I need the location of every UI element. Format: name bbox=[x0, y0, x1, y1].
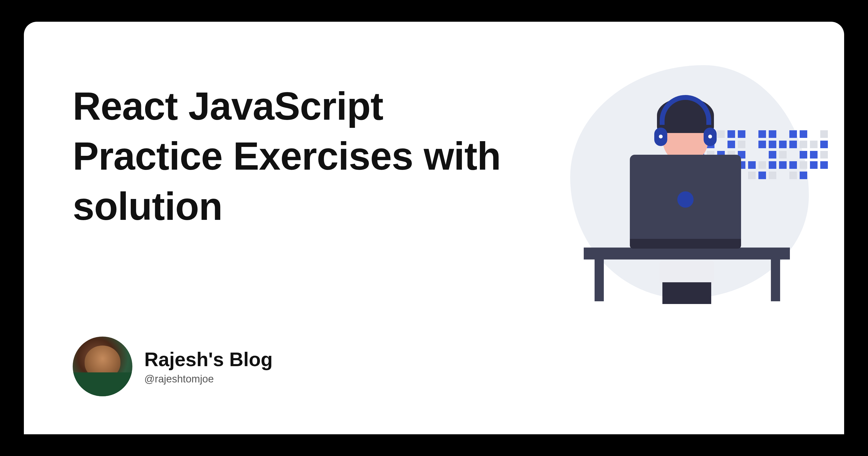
desk-leg-right bbox=[771, 258, 780, 301]
pixel-cell bbox=[738, 130, 745, 138]
author-row: Rajesh's Blog @rajeshtomjoe bbox=[73, 337, 795, 396]
pixel-cell bbox=[748, 172, 756, 179]
monitor-camera-dot bbox=[677, 191, 693, 208]
person-legs bbox=[662, 282, 711, 304]
pixel-cell bbox=[800, 172, 807, 179]
pixel-cell bbox=[779, 130, 786, 138]
pixel-cell bbox=[820, 172, 828, 179]
pixel-cell bbox=[779, 161, 786, 169]
pixel-cell bbox=[820, 130, 828, 138]
pixel-cell bbox=[758, 141, 766, 148]
pixel-cell bbox=[769, 161, 776, 169]
author-avatar bbox=[73, 337, 132, 396]
blog-name: Rajesh's Blog bbox=[144, 348, 273, 370]
pixel-cell bbox=[779, 141, 786, 148]
desk-leg-left bbox=[595, 258, 604, 301]
pixel-cell bbox=[769, 141, 776, 148]
pixel-cell bbox=[800, 141, 807, 148]
pixel-cell bbox=[800, 151, 807, 159]
pixel-cell bbox=[789, 141, 797, 148]
headphone-earcup-left-icon bbox=[654, 127, 667, 146]
pixel-cell bbox=[758, 151, 766, 159]
pixel-cell bbox=[789, 130, 797, 138]
pixel-cell bbox=[727, 130, 735, 138]
pixel-cell bbox=[820, 151, 828, 159]
pixel-cell bbox=[810, 161, 817, 169]
pixel-cell bbox=[789, 172, 797, 179]
monitor-icon bbox=[630, 155, 741, 244]
pixel-cell bbox=[820, 141, 828, 148]
pixel-cell bbox=[769, 172, 776, 179]
developer-illustration bbox=[562, 65, 817, 309]
pixel-cell bbox=[769, 151, 776, 159]
pixel-cell bbox=[810, 141, 817, 148]
pixel-cell bbox=[758, 161, 766, 169]
desk bbox=[584, 248, 790, 259]
pixel-cell bbox=[748, 141, 756, 148]
pixel-cell bbox=[810, 172, 817, 179]
blog-card: React JavaScript Practice Exercises with… bbox=[24, 22, 844, 434]
pixel-cell bbox=[820, 161, 828, 169]
pixel-cell bbox=[779, 151, 786, 159]
pixel-cell bbox=[727, 141, 735, 148]
pixel-cell bbox=[717, 130, 725, 138]
author-info: Rajesh's Blog @rajeshtomjoe bbox=[144, 348, 273, 385]
pixel-cell bbox=[717, 141, 725, 148]
pixel-cell bbox=[758, 172, 766, 179]
chair bbox=[660, 261, 714, 285]
pixel-cell bbox=[779, 172, 786, 179]
pixel-cell bbox=[789, 161, 797, 169]
pixel-cell bbox=[810, 151, 817, 159]
pixel-cell bbox=[748, 130, 756, 138]
pixel-cell bbox=[758, 130, 766, 138]
pixel-cell bbox=[738, 141, 745, 148]
pixel-cell bbox=[789, 151, 797, 159]
pixel-cell bbox=[800, 161, 807, 169]
pixel-cell bbox=[800, 130, 807, 138]
pixel-cell bbox=[810, 130, 817, 138]
post-title: React JavaScript Practice Exercises with… bbox=[73, 81, 534, 231]
author-handle: @rajeshtomjoe bbox=[144, 373, 273, 385]
monitor-base bbox=[630, 239, 741, 249]
pixel-cell bbox=[748, 161, 756, 169]
pixel-cell bbox=[748, 151, 756, 159]
pixel-cell bbox=[769, 130, 776, 138]
headphone-earcup-right-icon bbox=[704, 127, 717, 146]
